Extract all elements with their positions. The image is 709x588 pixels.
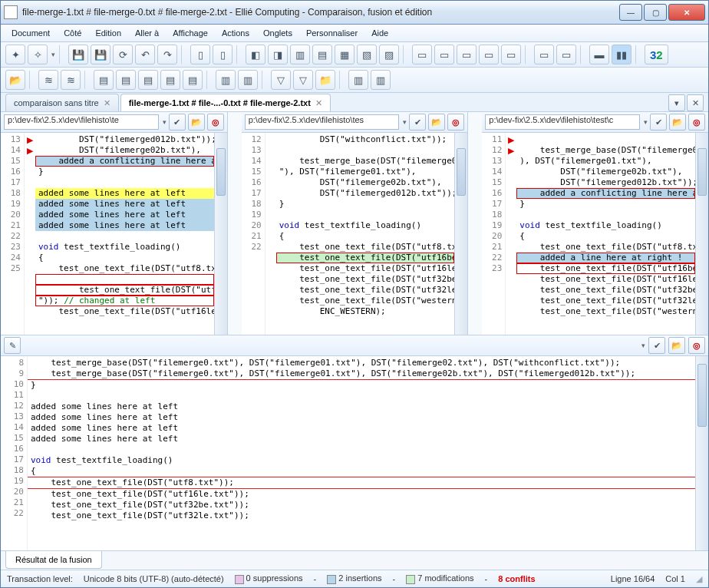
list-c-icon[interactable]: ▤	[138, 70, 158, 90]
maximize-button[interactable]: ▢	[644, 4, 667, 21]
tab-document[interactable]: comparaison sans titre✕	[5, 94, 119, 111]
code-line[interactable]	[516, 210, 695, 220]
code-line[interactable]: DST("filemerged012b.txt"));	[516, 177, 695, 188]
scrollbar[interactable]	[695, 356, 708, 550]
menu-document[interactable]: Document	[5, 27, 56, 39]
code-line[interactable]: test_one_text_file(DST("utf8.txt"));	[276, 242, 455, 253]
list-a-icon[interactable]: ▤	[94, 70, 114, 90]
layout-d-icon[interactable]: ▭	[479, 45, 499, 64]
opt-b-icon[interactable]: ▥	[238, 70, 258, 90]
code-line[interactable]: DST("filemerge02b.txt"),	[35, 145, 214, 156]
code-line[interactable]	[276, 210, 455, 220]
code-line[interactable]: added some lines here at left	[35, 210, 214, 220]
code-line[interactable]: }	[28, 380, 695, 391]
filter2-icon[interactable]: ▽	[293, 70, 313, 90]
code-line[interactable]: test_merge_base(DST("filemerge0.txt"), D…	[28, 368, 695, 380]
panel-c-icon[interactable]: ▥	[290, 45, 310, 64]
code-line[interactable]: }	[276, 199, 455, 210]
code-line[interactable]: test_one_text_file(DST("utf16be.txt	[35, 285, 214, 296]
code-line[interactable]: DST("filemerged012b.txt"));	[276, 188, 455, 199]
open-icon[interactable]: 📂	[669, 114, 686, 130]
wand-icon[interactable]: ✧	[28, 45, 48, 64]
code-line[interactable]: test_one_text_file(DST("western.txt"),	[516, 306, 695, 317]
code-line[interactable]: test_merge_base(DST("filemerge0.txt"	[516, 145, 695, 156]
code-line[interactable]	[35, 231, 214, 242]
code-line[interactable]: test_one_text_file(DST("utf32be.txt"));	[516, 285, 695, 296]
diff-a-icon[interactable]: ≋	[38, 70, 58, 90]
scrollbar[interactable]	[454, 133, 467, 335]
scrollbar[interactable]	[214, 133, 227, 335]
code-area[interactable]: test_merge_base(DST("filemerge0.txt"), D…	[516, 133, 695, 335]
code-line[interactable]: test_one_text_file(DST("utf8.txt"));	[28, 477, 695, 489]
code-line[interactable]: "), DST("filemerge01.txt"),	[276, 167, 455, 177]
view-a-icon[interactable]: ▭	[534, 45, 554, 64]
tabs-menu-icon[interactable]: ▾	[668, 94, 685, 111]
menu-affichage[interactable]: Affichage	[167, 27, 214, 39]
target-icon[interactable]: ◎	[688, 114, 705, 130]
code-line[interactable]	[276, 145, 455, 156]
tabs-close-icon[interactable]: ✕	[687, 94, 704, 111]
path-input[interactable]: p:\dev-fix\2.5.x\dev\filehisto\test\c	[485, 114, 640, 130]
tab-close-icon[interactable]: ✕	[104, 98, 110, 108]
code-line[interactable]	[28, 391, 695, 401]
close-button[interactable]: ✕	[668, 4, 705, 21]
code-area[interactable]: test_merge_base(DST("filemerge0.txt"), D…	[28, 356, 695, 550]
doc-icon[interactable]: ▯	[190, 45, 210, 64]
code-line[interactable]: {	[35, 253, 214, 263]
code-line[interactable]	[35, 177, 214, 188]
doc2-icon[interactable]: ▯	[213, 45, 232, 64]
code-line[interactable]: test_one_text_file(DST("utf8.txt"));	[516, 242, 695, 253]
code-line[interactable]: added some lines here at left	[28, 434, 695, 444]
merged-edit-icon[interactable]: ✎	[4, 337, 21, 354]
filter-icon[interactable]: ▽	[271, 70, 291, 90]
split-h-icon[interactable]: ▬	[589, 45, 609, 64]
undo-icon[interactable]: ↶	[135, 45, 155, 64]
layout-e-icon[interactable]: ▭	[501, 45, 521, 64]
opt-a-icon[interactable]: ▥	[216, 70, 236, 90]
code-line[interactable]: test_one_text_file(DST("utf32be.txt"));	[276, 274, 455, 285]
menu-aide[interactable]: Aide	[365, 27, 394, 39]
code-line[interactable]: added some lines here at left	[28, 423, 695, 434]
path-dropdown-icon[interactable]: ▾	[163, 118, 167, 126]
scrollbar[interactable]	[695, 133, 708, 335]
code-line[interactable]	[28, 444, 695, 455]
code-line[interactable]	[516, 134, 695, 145]
code-line[interactable]	[35, 274, 214, 285]
code-line[interactable]: {	[276, 231, 455, 242]
code-line[interactable]: test_merge_base(DST("filemerge0.txt	[276, 156, 455, 167]
code-area[interactable]: DST("filemerged012b.txt")); DST("filemer…	[35, 133, 214, 335]
path-dropdown-icon[interactable]: ▾	[403, 118, 407, 126]
code-line[interactable]: added some lines here at left	[35, 188, 214, 199]
target-icon[interactable]: ◎	[207, 114, 224, 130]
code-line[interactable]: added some lines here at left	[28, 401, 695, 412]
path-input[interactable]: p:\dev-fix\2.5.x\dev\filehisto\te	[4, 114, 159, 130]
panel-g-icon[interactable]: ▨	[379, 45, 399, 64]
code-line[interactable]: {	[28, 466, 695, 477]
layout-c-icon[interactable]: ▭	[457, 45, 477, 64]
code-line[interactable]: test_one_text_file(DST("utf32le.txt"));	[516, 296, 695, 306]
redo-icon[interactable]: ↷	[157, 45, 177, 64]
code-line[interactable]: ")); // changed at left	[35, 296, 214, 306]
save-icon[interactable]: 💾	[68, 45, 88, 64]
code-line[interactable]: {	[516, 231, 695, 242]
tab-document[interactable]: file-merge-1.txt # file-...-0.txt # file…	[120, 94, 331, 111]
code-line[interactable]: void test_textfile_loading()	[276, 220, 455, 231]
menu-côté[interactable]: Côté	[58, 27, 87, 39]
code-line[interactable]: ENC_WESTERN);	[276, 306, 455, 317]
folder-icon[interactable]: 📁	[315, 70, 335, 90]
code-line[interactable]: ), DST("filemerge01.txt"),	[516, 156, 695, 167]
code-line[interactable]: test_merge_base(DST("filemerge0.txt"), D…	[28, 358, 695, 368]
code-line[interactable]: test_one_text_file(DST("utf32le.txt"));	[276, 285, 455, 296]
code-line[interactable]: added a conflicting line here at right	[516, 188, 695, 199]
panel-f-icon[interactable]: ▧	[357, 45, 377, 64]
check-icon[interactable]: ✔	[169, 114, 186, 130]
merged-target-icon[interactable]: ◎	[688, 337, 705, 354]
code-line[interactable]: DST("filemerged012b.txt"));	[35, 134, 214, 145]
target-icon[interactable]: ◎	[447, 114, 464, 130]
path-input[interactable]: p:\dev-fix\2.5.x\dev\filehisto\tes	[245, 114, 400, 130]
merged-dropdown-icon[interactable]: ▾	[641, 342, 645, 349]
cmp-b-icon[interactable]: ▥	[371, 70, 391, 90]
code-line[interactable]: test_one_text_file(DST("utf16le.txt"));	[35, 306, 214, 317]
code-line[interactable]: test_one_text_file(DST("utf16be.txt"));	[516, 263, 695, 274]
menu-personnaliser[interactable]: Personnaliser	[300, 27, 364, 39]
